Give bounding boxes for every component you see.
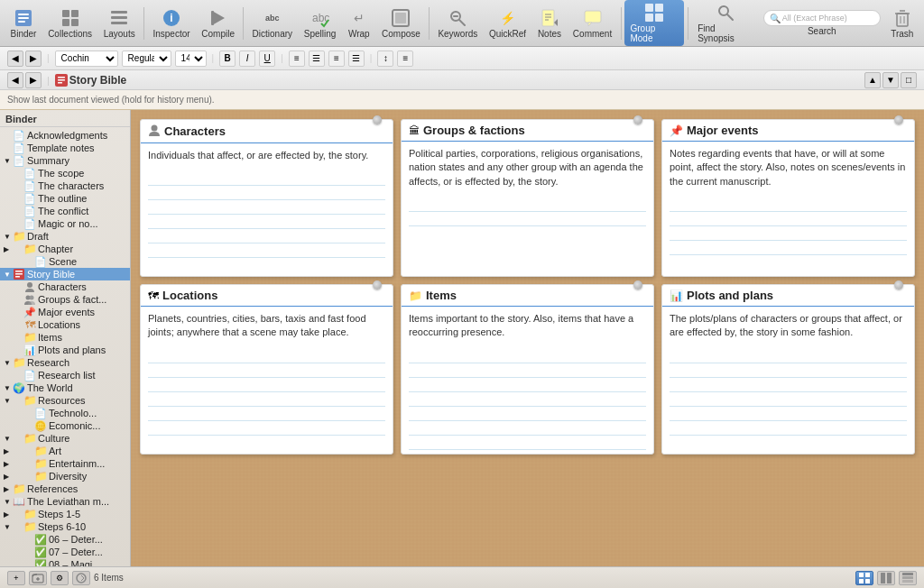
label-culture: Culture bbox=[38, 433, 69, 444]
card-icon-characters bbox=[148, 124, 161, 139]
sidebar-item-leviathan[interactable]: ▼ 📖 The Leviathan m... bbox=[0, 495, 130, 508]
layouts-button[interactable]: Layouts bbox=[98, 5, 140, 41]
sidebar-item-locations[interactable]: 🗺 Locations bbox=[0, 318, 130, 331]
sidebar-item-groups-factions[interactable]: Groups & fact... bbox=[0, 293, 130, 306]
align-right-button[interactable]: ≡ bbox=[328, 51, 345, 67]
size-selector[interactable]: 14 bbox=[175, 51, 207, 67]
wrap-button[interactable]: ↵ Wrap bbox=[343, 5, 375, 41]
sidebar-item-template-notes[interactable]: 📄 Template notes bbox=[0, 142, 130, 154]
collapse-up-button[interactable]: ▲ bbox=[864, 72, 881, 88]
main-layout: Binder 📄 Acknowledgments 📄 Template note… bbox=[0, 110, 924, 566]
sidebar-item-the-outline[interactable]: 📄 The outline bbox=[0, 192, 130, 205]
sidebar-item-the-scope[interactable]: 📄 The scope bbox=[0, 167, 130, 179]
svg-rect-43 bbox=[15, 273, 23, 275]
settings-button[interactable]: ⚙ bbox=[51, 571, 69, 585]
card-groups-factions[interactable]: 🏛 Groups & factions Political parties, c… bbox=[401, 119, 654, 277]
quickref-button[interactable]: ⚡ QuickRef bbox=[485, 5, 531, 41]
sidebar-item-items[interactable]: 📁 Items bbox=[0, 331, 130, 344]
collapse-down-button[interactable]: ▼ bbox=[882, 72, 899, 88]
sidebar-item-culture[interactable]: ▼ 📁 Culture bbox=[0, 432, 130, 445]
sidebar-item-scene[interactable]: 📄 Scene bbox=[0, 255, 130, 268]
sidebar-item-entertainm[interactable]: ▶ 📁 Entertainm... bbox=[0, 457, 130, 470]
sidebar-item-steps-6-10[interactable]: ▼ 📁 Steps 6-10 bbox=[0, 520, 130, 533]
sidebar-item-acknowledgments[interactable]: 📄 Acknowledgments bbox=[0, 129, 130, 142]
align-justify-button[interactable]: ☰ bbox=[348, 51, 365, 67]
align-left-button[interactable]: ≡ bbox=[289, 51, 305, 67]
sidebar-item-references[interactable]: ▶ 📁 References bbox=[0, 482, 130, 495]
sidebar-item-07-deter[interactable]: ✅ 07 – Deter... bbox=[0, 546, 130, 558]
svg-point-45 bbox=[27, 282, 32, 288]
svg-text:i: i bbox=[170, 12, 172, 24]
breadcrumb-forward[interactable]: ▶ bbox=[25, 72, 42, 88]
card-line bbox=[670, 378, 907, 392]
italic-button[interactable]: I bbox=[239, 51, 255, 67]
sidebar-item-story-bible[interactable]: ▼ Story Bible bbox=[0, 268, 130, 280]
svg-rect-57 bbox=[881, 573, 885, 583]
find-synopsis-button[interactable]: Find Synopsis bbox=[692, 0, 758, 46]
card-characters[interactable]: Characters Individuals that affect, or a… bbox=[140, 119, 393, 277]
sidebar-item-resources[interactable]: ▼ 📁 Resources bbox=[0, 394, 130, 407]
sidebar-item-draft[interactable]: ▼ 📁 Draft bbox=[0, 230, 130, 243]
underline-button[interactable]: U bbox=[259, 51, 275, 67]
search-toolbar-button[interactable]: 🔍 All (Exact Phrase) Search bbox=[760, 7, 884, 39]
sidebar-item-major-events[interactable]: 📌 Major events bbox=[0, 306, 130, 318]
trash-button[interactable]: Trash bbox=[886, 5, 919, 41]
sidebar-item-art[interactable]: ▶ 📁 Art bbox=[0, 445, 130, 457]
sidebar-item-plots-plans[interactable]: 📊 Plots and plans bbox=[0, 344, 130, 356]
item-count: 6 Items bbox=[94, 573, 124, 583]
sidebar-item-research[interactable]: ▼ 📁 Research bbox=[0, 356, 130, 369]
sidebar-item-technolo[interactable]: 📄 Technolo... bbox=[0, 407, 130, 419]
bold-button[interactable]: B bbox=[219, 51, 236, 67]
dictionary-button[interactable]: abc Dictionary bbox=[247, 5, 297, 41]
sidebar-item-06-deter[interactable]: ✅ 06 – Deter... bbox=[0, 533, 130, 546]
card-line bbox=[148, 421, 385, 436]
binder-button[interactable]: Binder bbox=[5, 5, 42, 41]
group-mode-button[interactable]: Group Mode bbox=[624, 0, 684, 46]
add-folder-button[interactable] bbox=[29, 571, 47, 585]
sidebar-item-summary[interactable]: ▼ 📄 Summary bbox=[0, 154, 130, 167]
list-button[interactable]: ≡ bbox=[397, 51, 413, 67]
sidebar-item-magic-or-no[interactable]: 📄 Magic or no... bbox=[0, 217, 130, 230]
list-view-button[interactable] bbox=[899, 571, 917, 585]
sidebar-item-economic[interactable]: 🪙 Ecomonic... bbox=[0, 419, 130, 432]
breadcrumb-back[interactable]: ◀ bbox=[7, 72, 23, 88]
keywords-icon bbox=[448, 8, 467, 28]
comment-button[interactable]: Comment bbox=[568, 5, 617, 41]
add-item-button[interactable]: + bbox=[7, 571, 25, 585]
collections-button[interactable]: Collections bbox=[43, 5, 97, 41]
collapse-panel-button[interactable]: □ bbox=[901, 72, 917, 88]
sidebar-item-the-conflict[interactable]: 📄 The conflict bbox=[0, 205, 130, 217]
compile-button[interactable]: Compile bbox=[197, 5, 239, 41]
card-plots-plans[interactable]: 📊 Plots and plans The plots/plans of cha… bbox=[661, 284, 915, 455]
font-selector[interactable]: Cochin bbox=[55, 51, 118, 67]
inspector-button[interactable]: i Inspector bbox=[148, 5, 195, 41]
find-synopsis-icon bbox=[716, 3, 735, 23]
sync-button[interactable] bbox=[72, 571, 90, 585]
sidebar-item-characters[interactable]: Characters bbox=[0, 280, 130, 293]
grid-view-button[interactable] bbox=[855, 571, 873, 585]
sidebar-item-08-magi[interactable]: ✅ 08 – Magi... bbox=[0, 558, 130, 566]
doc-icon-the-outline: 📄 bbox=[23, 193, 36, 204]
notes-button[interactable]: Notes bbox=[532, 5, 566, 41]
back-arrow[interactable]: ◀ bbox=[7, 51, 23, 67]
keywords-button[interactable]: Keywords bbox=[433, 5, 482, 41]
style-selector[interactable]: Regular bbox=[122, 51, 171, 67]
spelling-button[interactable]: abc Spelling bbox=[299, 5, 340, 41]
sidebar-item-research-list[interactable]: 📄 Research list bbox=[0, 369, 130, 381]
card-locations[interactable]: 🗺 Locations Planets, countries, cities, … bbox=[140, 284, 393, 455]
compose-button[interactable]: Compose bbox=[377, 5, 425, 41]
disclosure-diversity: ▶ bbox=[4, 473, 13, 481]
sidebar-item-diversity[interactable]: ▶ 📁 Diversity bbox=[0, 470, 130, 482]
sidebar-item-the-world[interactable]: ▼ 🌍 The World bbox=[0, 381, 130, 394]
split-view-button[interactable] bbox=[877, 571, 895, 585]
line-spacing-button[interactable]: ↕ bbox=[377, 51, 393, 67]
sidebar-item-steps-1-5[interactable]: ▶ 📁 Steps 1-5 bbox=[0, 508, 130, 520]
sidebar-item-chapter[interactable]: ▶ 📁 Chapter bbox=[0, 243, 130, 255]
forward-arrow[interactable]: ▶ bbox=[25, 51, 42, 67]
folder-icon-steps-1-5: 📁 bbox=[23, 509, 36, 519]
card-items[interactable]: 📁 Items Items important to the story. Al… bbox=[401, 284, 654, 455]
align-center-button[interactable]: ☰ bbox=[309, 51, 325, 67]
nav-arrows: ◀ ▶ bbox=[7, 51, 42, 67]
sidebar-item-the-characters[interactable]: 📄 The characters bbox=[0, 179, 130, 192]
card-major-events[interactable]: 📌 Major events Notes regarding events th… bbox=[661, 119, 915, 277]
